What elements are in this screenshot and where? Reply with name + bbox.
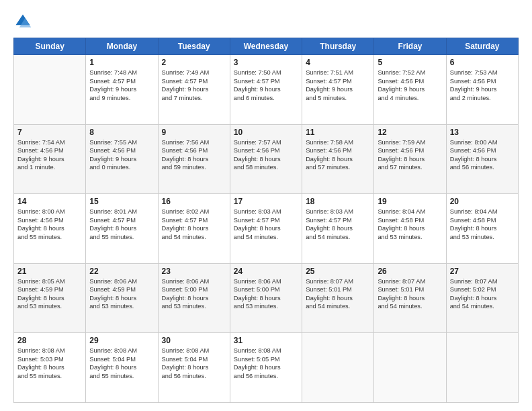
day-number: 7 xyxy=(17,128,82,137)
day-number: 12 xyxy=(378,128,442,137)
day-number: 23 xyxy=(162,267,226,276)
cell-text: Sunrise: 8:08 AM xyxy=(17,347,82,355)
calendar-cell: 7Sunrise: 7:54 AMSunset: 4:56 PMDaylight… xyxy=(14,124,86,194)
cell-text: Sunrise: 8:03 AM xyxy=(306,208,370,216)
weekday-header-friday: Friday xyxy=(374,38,446,55)
page: SundayMondayTuesdayWednesdayThursdayFrid… xyxy=(0,0,532,411)
cell-text: Sunrise: 7:50 AM xyxy=(234,68,298,77)
cell-text: Daylight: 8 hours xyxy=(89,294,154,303)
calendar-cell xyxy=(302,333,374,403)
cell-text: Sunrise: 8:07 AM xyxy=(306,277,370,286)
cell-text: Sunset: 5:00 PM xyxy=(162,285,226,294)
cell-text: and 55 minutes. xyxy=(17,233,82,242)
cell-text: and 54 minutes. xyxy=(378,302,442,311)
calendar-cell: 12Sunrise: 7:59 AMSunset: 4:56 PMDayligh… xyxy=(374,124,446,194)
day-number: 25 xyxy=(306,267,370,276)
cell-text: Daylight: 8 hours xyxy=(306,294,370,303)
cell-text: and 56 minutes. xyxy=(162,372,226,381)
cell-text: Sunrise: 8:07 AM xyxy=(378,277,442,286)
day-number: 3 xyxy=(234,58,298,67)
calendar-cell: 19Sunrise: 8:04 AMSunset: 4:58 PMDayligh… xyxy=(374,194,446,264)
calendar-cell: 14Sunrise: 8:00 AMSunset: 4:56 PMDayligh… xyxy=(14,194,86,264)
cell-text: Sunrise: 8:04 AM xyxy=(450,208,515,216)
calendar-cell: 26Sunrise: 8:07 AMSunset: 5:01 PMDayligh… xyxy=(374,263,446,333)
calendar-cell: 30Sunrise: 8:08 AMSunset: 5:04 PMDayligh… xyxy=(158,333,230,403)
cell-text: Sunrise: 7:49 AM xyxy=(162,68,226,77)
cell-text: Sunset: 5:05 PM xyxy=(234,355,298,364)
calendar-cell: 9Sunrise: 7:56 AMSunset: 4:56 PMDaylight… xyxy=(158,124,230,194)
weekday-header-sunday: Sunday xyxy=(14,38,86,55)
cell-text: and 2 minutes. xyxy=(450,94,515,103)
cell-text: Sunset: 5:04 PM xyxy=(162,355,226,364)
cell-text: Daylight: 8 hours xyxy=(450,294,515,303)
weekday-header-monday: Monday xyxy=(86,38,158,55)
cell-text: Daylight: 8 hours xyxy=(162,224,226,233)
calendar-cell xyxy=(374,333,446,403)
calendar-cell xyxy=(14,55,86,125)
cell-text: Sunrise: 8:08 AM xyxy=(89,347,154,355)
day-number: 20 xyxy=(450,197,515,206)
cell-text: Sunrise: 7:59 AM xyxy=(378,138,442,147)
day-number: 1 xyxy=(89,58,154,67)
cell-text: Daylight: 8 hours xyxy=(17,294,82,303)
cell-text: Daylight: 8 hours xyxy=(234,224,298,233)
cell-text: Sunset: 4:57 PM xyxy=(89,77,154,86)
calendar-cell: 17Sunrise: 8:03 AMSunset: 4:57 PMDayligh… xyxy=(230,194,302,264)
cell-text: Sunset: 4:56 PM xyxy=(306,146,370,155)
calendar-cell: 31Sunrise: 8:08 AMSunset: 5:05 PMDayligh… xyxy=(230,333,302,403)
cell-text: Sunset: 5:01 PM xyxy=(378,285,442,294)
cell-text: Sunrise: 7:55 AM xyxy=(89,138,154,147)
cell-text: Daylight: 9 hours xyxy=(306,85,370,94)
cell-text: Sunset: 4:57 PM xyxy=(162,77,226,86)
cell-text: Sunrise: 8:02 AM xyxy=(162,208,226,216)
cell-text: and 54 minutes. xyxy=(306,233,370,242)
calendar-cell: 25Sunrise: 8:07 AMSunset: 5:01 PMDayligh… xyxy=(302,263,374,333)
cell-text: Sunset: 4:56 PM xyxy=(17,146,82,155)
cell-text: Sunrise: 7:54 AM xyxy=(17,138,82,147)
cell-text: Daylight: 8 hours xyxy=(89,224,154,233)
week-row-1: 1Sunrise: 7:48 AMSunset: 4:57 PMDaylight… xyxy=(14,55,519,125)
calendar-cell: 3Sunrise: 7:50 AMSunset: 4:57 PMDaylight… xyxy=(230,55,302,125)
calendar-cell: 6Sunrise: 7:53 AMSunset: 4:56 PMDaylight… xyxy=(446,55,518,125)
cell-text: Daylight: 8 hours xyxy=(378,155,442,164)
cell-text: Daylight: 9 hours xyxy=(17,155,82,164)
day-number: 24 xyxy=(234,267,298,276)
calendar-cell: 2Sunrise: 7:49 AMSunset: 4:57 PMDaylight… xyxy=(158,55,230,125)
cell-text: Sunset: 5:04 PM xyxy=(89,355,154,364)
cell-text: and 54 minutes. xyxy=(162,233,226,242)
cell-text: Sunrise: 8:08 AM xyxy=(162,347,226,355)
cell-text: Sunrise: 7:52 AM xyxy=(378,68,442,77)
cell-text: Daylight: 8 hours xyxy=(378,224,442,233)
day-number: 2 xyxy=(162,58,226,67)
cell-text: Sunrise: 8:08 AM xyxy=(234,347,298,355)
cell-text: Sunrise: 7:51 AM xyxy=(306,68,370,77)
cell-text: Sunset: 4:56 PM xyxy=(378,77,442,86)
cell-text: Daylight: 8 hours xyxy=(378,294,442,303)
cell-text: Sunset: 4:57 PM xyxy=(306,77,370,86)
calendar-cell: 11Sunrise: 7:58 AMSunset: 4:56 PMDayligh… xyxy=(302,124,374,194)
cell-text: Daylight: 8 hours xyxy=(17,363,82,372)
day-number: 16 xyxy=(162,197,226,206)
week-row-5: 28Sunrise: 8:08 AMSunset: 5:03 PMDayligh… xyxy=(14,333,519,403)
calendar-cell: 8Sunrise: 7:55 AMSunset: 4:56 PMDaylight… xyxy=(86,124,158,194)
cell-text: Sunrise: 8:06 AM xyxy=(89,277,154,286)
day-number: 22 xyxy=(89,267,154,276)
calendar-cell: 15Sunrise: 8:01 AMSunset: 4:57 PMDayligh… xyxy=(86,194,158,264)
day-number: 26 xyxy=(378,267,442,276)
day-number: 14 xyxy=(17,197,82,206)
day-number: 11 xyxy=(306,128,370,137)
calendar-cell: 10Sunrise: 7:57 AMSunset: 4:56 PMDayligh… xyxy=(230,124,302,194)
cell-text: and 0 minutes. xyxy=(89,163,154,172)
week-row-2: 7Sunrise: 7:54 AMSunset: 4:56 PMDaylight… xyxy=(14,124,519,194)
cell-text: Sunrise: 8:07 AM xyxy=(450,277,515,286)
cell-text: and 53 minutes. xyxy=(89,302,154,311)
day-number: 13 xyxy=(450,128,515,137)
cell-text: and 54 minutes. xyxy=(450,302,515,311)
cell-text: Sunrise: 8:06 AM xyxy=(162,277,226,286)
calendar-cell: 24Sunrise: 8:06 AMSunset: 5:00 PMDayligh… xyxy=(230,263,302,333)
calendar-cell: 27Sunrise: 8:07 AMSunset: 5:02 PMDayligh… xyxy=(446,263,518,333)
cell-text: Daylight: 8 hours xyxy=(162,294,226,303)
cell-text: Daylight: 8 hours xyxy=(162,155,226,164)
cell-text: and 59 minutes. xyxy=(162,163,226,172)
calendar-cell: 28Sunrise: 8:08 AMSunset: 5:03 PMDayligh… xyxy=(14,333,86,403)
